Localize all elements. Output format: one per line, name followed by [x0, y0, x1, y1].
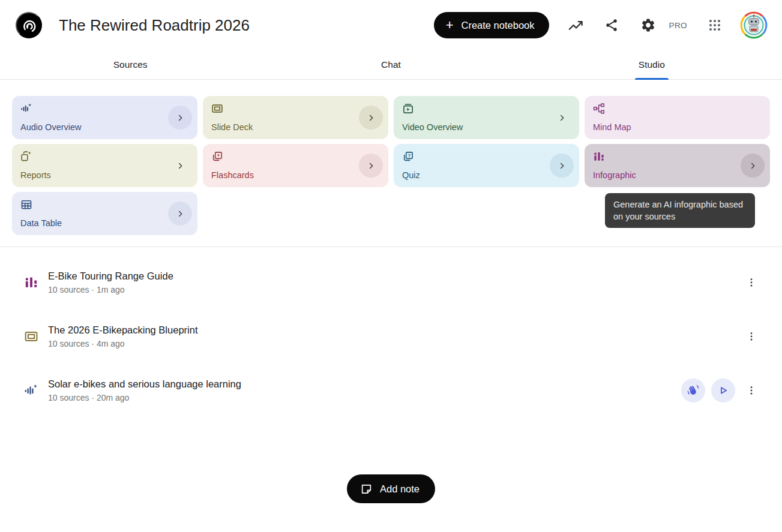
data-table-icon	[20, 199, 32, 211]
card-label: Audio Overview	[20, 122, 82, 132]
artifact-title: Solar e-bikes and serious language learn…	[48, 378, 241, 390]
chevron-right-icon[interactable]	[359, 154, 383, 178]
audio-waveform-icon	[20, 103, 32, 115]
svg-text:?: ?	[408, 153, 411, 158]
add-note-wrap: Add note	[0, 474, 782, 503]
apps-grid-icon	[708, 18, 722, 32]
notebooklm-logo[interactable]	[16, 12, 42, 38]
notebooklm-logo-icon	[20, 16, 38, 34]
create-notebook-button[interactable]: + Create notebook	[434, 12, 549, 38]
studio-card-slide-deck[interactable]: Slide Deck	[203, 96, 388, 139]
audio-waveform-icon	[24, 383, 38, 398]
studio-card-data-table[interactable]: Data Table	[12, 192, 197, 235]
plus-icon: +	[446, 19, 454, 32]
tab-label: Sources	[113, 59, 148, 70]
trending-up-icon	[568, 17, 584, 34]
artifact-actions	[741, 270, 759, 294]
tab-label: Chat	[381, 59, 401, 70]
interactive-mode-button[interactable]	[681, 378, 705, 402]
artifact-text: E-Bike Touring Range Guide10 sources · 1…	[48, 270, 173, 294]
studio-card-reports[interactable]: Reports	[12, 144, 197, 187]
slide-deck-icon	[24, 329, 38, 344]
studio-card-audio-overview[interactable]: Audio Overview	[12, 96, 197, 139]
share-button[interactable]	[604, 18, 619, 32]
app-header: The Rewired Roadtrip 2026 + Create noteb…	[0, 0, 782, 50]
studio-card-flashcards[interactable]: Flashcards	[203, 144, 388, 187]
mind-map-icon	[593, 103, 605, 115]
artifact-meta: 10 sources · 1m ago	[48, 285, 173, 294]
tab-studio[interactable]: Studio	[522, 50, 782, 79]
notebook-title[interactable]: The Rewired Roadtrip 2026	[59, 16, 250, 35]
gear-icon	[640, 17, 656, 33]
add-note-label: Add note	[380, 483, 420, 495]
flashcards-icon	[211, 151, 223, 163]
artifact-menu-button[interactable]	[744, 378, 759, 402]
slide-deck-icon	[211, 103, 223, 115]
chevron-right-icon[interactable]	[550, 154, 574, 178]
artifact-row[interactable]: The 2026 E-Bikepacking Blueprint10 sourc…	[0, 309, 782, 363]
panel-tabs: SourcesChatStudio	[0, 50, 782, 80]
infographic-icon	[593, 151, 605, 163]
artifact-actions	[741, 324, 759, 348]
chevron-right-icon[interactable]	[168, 154, 192, 178]
tab-label: Studio	[639, 59, 665, 70]
artifact-text: Solar e-bikes and serious language learn…	[48, 378, 241, 402]
card-label: Flashcards	[211, 170, 254, 180]
analytics-button[interactable]	[568, 17, 584, 34]
card-label: Slide Deck	[211, 122, 253, 132]
studio-card-infographic[interactable]: Infographic	[585, 144, 770, 187]
play-icon	[717, 384, 730, 397]
artifact-row[interactable]: E-Bike Touring Range Guide10 sources · 1…	[0, 256, 782, 309]
artifact-title: The 2026 E-Bikepacking Blueprint	[48, 324, 197, 336]
quiz-icon: ?	[402, 151, 414, 163]
tab-sources[interactable]: Sources	[0, 50, 260, 79]
share-icon	[604, 18, 619, 32]
artifact-text: The 2026 E-Bikepacking Blueprint10 sourc…	[48, 324, 197, 348]
chevron-right-icon[interactable]	[359, 106, 383, 130]
studio-card-video-overview[interactable]: Video Overview	[394, 96, 579, 139]
card-label: Video Overview	[402, 122, 463, 132]
artifact-actions	[681, 378, 759, 402]
card-label: Data Table	[20, 218, 62, 228]
artifact-menu-button[interactable]	[744, 324, 759, 348]
reports-icon	[20, 151, 32, 163]
pro-badge: PRO	[669, 21, 687, 30]
card-label: Quiz	[402, 170, 420, 180]
add-note-button[interactable]: Add note	[347, 474, 435, 503]
create-notebook-label: Create notebook	[462, 20, 535, 31]
settings-button[interactable]	[640, 17, 656, 33]
chevron-right-icon[interactable]	[168, 202, 192, 226]
more-vert-icon	[746, 385, 757, 396]
play-button[interactable]	[711, 378, 735, 402]
card-label: Infographic	[593, 170, 636, 180]
artifact-meta: 10 sources · 20m ago	[48, 393, 241, 402]
bar-chart-icon	[24, 275, 38, 290]
artifact-meta: 10 sources · 4m ago	[48, 339, 197, 348]
card-label: Mind Map	[593, 122, 631, 132]
avatar-robot-image	[740, 11, 768, 39]
artifact-menu-button[interactable]	[744, 270, 759, 294]
chevron-right-icon[interactable]	[741, 154, 765, 178]
card-label: Reports	[20, 170, 51, 180]
note-icon	[360, 483, 373, 495]
tab-chat[interactable]: Chat	[260, 50, 521, 79]
chevron-right-icon[interactable]	[550, 106, 574, 130]
artifact-list: E-Bike Touring Range Guide10 sources · 1…	[0, 247, 782, 417]
infographic-tooltip: Generate an AI infographic based on your…	[605, 193, 755, 228]
interactive-hand-icon	[687, 384, 700, 397]
avatar[interactable]	[740, 11, 768, 39]
apps-grid-button[interactable]	[708, 18, 722, 32]
studio-card-quiz[interactable]: ?Quiz	[394, 144, 579, 187]
more-vert-icon	[746, 277, 757, 288]
artifact-title: E-Bike Touring Range Guide	[48, 270, 173, 282]
artifact-row[interactable]: Solar e-bikes and serious language learn…	[0, 363, 782, 417]
more-vert-icon	[746, 331, 757, 342]
chevron-right-icon[interactable]	[168, 106, 192, 130]
video-overview-icon	[402, 103, 414, 115]
studio-card-mind-map[interactable]: Mind Map	[585, 96, 770, 139]
